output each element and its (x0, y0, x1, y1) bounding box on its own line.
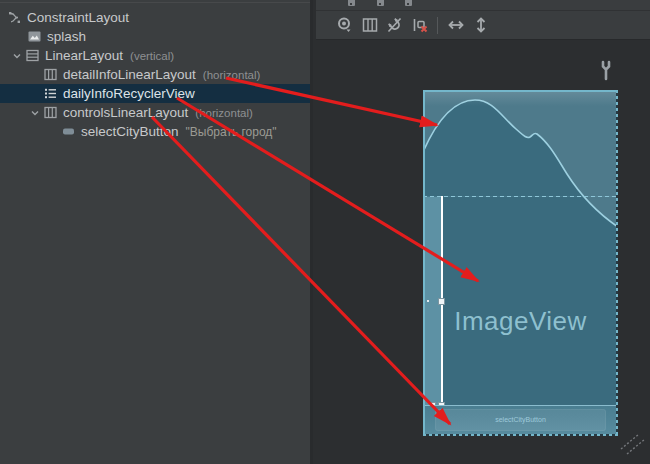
layout-variants-icon[interactable] (357, 13, 382, 37)
tree-item-meta: (vertical) (130, 50, 174, 62)
resize-grip-icon[interactable] (619, 433, 649, 457)
clipped-icon (377, 0, 384, 6)
preview-border-left (423, 90, 425, 436)
chevron-down-icon[interactable] (26, 108, 44, 118)
button-icon (62, 125, 75, 138)
clipped-icon (348, 0, 355, 6)
tree-item-splash[interactable]: splash (0, 27, 310, 46)
resize-horizontal-icon[interactable] (443, 13, 468, 37)
autoconnect-off-magnet-icon[interactable] (382, 13, 407, 37)
tree-item-linearlayout[interactable]: LinearLayout (vertical) (0, 46, 310, 65)
tree-item-controlslinearlayout[interactable]: controlsLinearLayout (horizontal) (0, 103, 310, 122)
clipped-toolbar-row (316, 0, 650, 11)
design-toolbar (316, 11, 650, 40)
tree-item-detailinfolinearlayout[interactable]: detailInfoLinearLayout (horizontal) (0, 65, 310, 84)
linear-layout-horizontal-icon (44, 68, 57, 81)
chevron-down-icon[interactable] (8, 51, 26, 61)
tree-item-constraintlayout[interactable]: ConstraintLayout (0, 8, 310, 27)
clipped-icon (405, 0, 412, 6)
wrench-icon[interactable] (598, 60, 614, 82)
select-city-button-preview[interactable]: selectCityButton (435, 409, 606, 431)
top-scrim (423, 90, 618, 106)
recycler-view-icon (44, 87, 57, 100)
design-surface[interactable]: ImageView selectCityButton (316, 40, 650, 464)
splash-curve-graphic (423, 90, 618, 436)
design-preview[interactable]: ImageView selectCityButton (423, 90, 618, 436)
tree-item-text-value: "Выбрать город" (186, 125, 277, 139)
tree-item-label: splash (47, 27, 86, 46)
linear-layout-vertical-icon (26, 49, 39, 62)
view-options-eye-icon[interactable] (332, 13, 357, 37)
preview-border-top (423, 90, 618, 92)
panel-top-divider (0, 2, 310, 3)
tree-item-label: LinearLayout (45, 46, 123, 65)
toolbar-separator (437, 17, 438, 34)
tree-item-label: dailyInfoRecyclerView (63, 84, 195, 103)
component-tree: ConstraintLayout splash LinearLayout (ve… (0, 8, 310, 141)
resize-vertical-icon[interactable] (468, 13, 493, 37)
image-icon (28, 30, 41, 43)
tree-item-label: ConstraintLayout (27, 8, 129, 27)
section-divider (423, 196, 618, 197)
tree-item-label: selectCityButton (81, 122, 179, 141)
controls-region[interactable]: selectCityButton (423, 405, 618, 434)
imageview-placeholder-label: ImageView (423, 306, 618, 337)
preview-border-bottom (423, 434, 618, 436)
preview-border-right (616, 90, 618, 436)
tree-item-meta: (horizontal) (203, 69, 261, 81)
tree-item-meta: (horizontal) (195, 107, 253, 119)
component-tree-panel: ConstraintLayout splash LinearLayout (ve… (0, 0, 313, 464)
layout-editor-window: ConstraintLayout splash LinearLayout (ve… (0, 0, 650, 464)
selection-dot (427, 300, 429, 302)
constraint-layout-icon (8, 11, 21, 24)
linear-layout-horizontal-icon (44, 106, 57, 119)
tree-item-label: detailInfoLinearLayout (63, 65, 196, 84)
tree-item-label: controlsLinearLayout (63, 103, 188, 122)
selection-handle-middle[interactable] (438, 298, 445, 305)
tree-item-dailyinforecyclerview[interactable]: dailyInfoRecyclerView (0, 84, 310, 103)
tree-item-selectcitybutton[interactable]: selectCityButton "Выбрать город" (0, 122, 310, 141)
clear-constraints-icon[interactable] (407, 13, 432, 37)
